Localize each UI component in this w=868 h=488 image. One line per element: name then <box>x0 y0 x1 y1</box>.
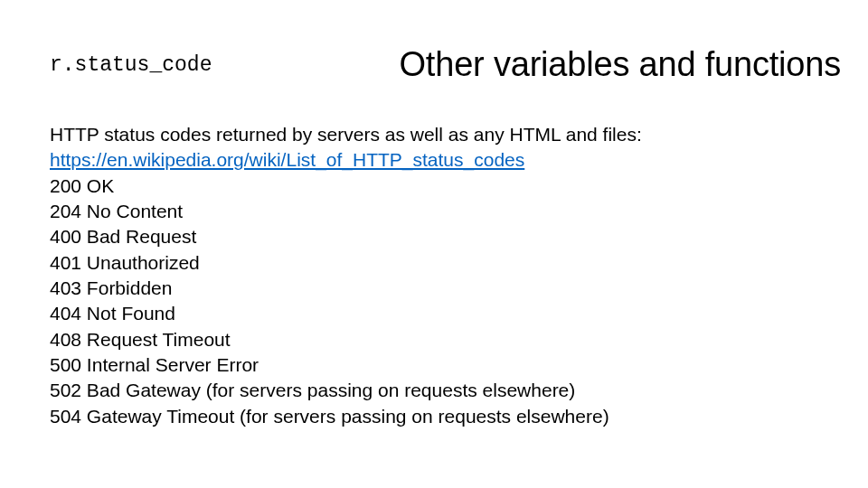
status-code-line: 200 OK <box>50 174 818 199</box>
status-code-line: 400 Bad Request <box>50 224 818 249</box>
status-code-line: 403 Forbidden <box>50 276 818 301</box>
status-code-line: 504 Gateway Timeout (for servers passing… <box>50 404 818 429</box>
code-variable-label: r.status_code <box>50 53 212 77</box>
intro-text: HTTP status codes returned by servers as… <box>50 122 818 147</box>
status-code-line: 500 Internal Server Error <box>50 352 818 378</box>
status-code-line: 204 No Content <box>50 199 818 224</box>
slide-header: r.status_code Other variables and functi… <box>50 45 841 84</box>
status-code-line: 408 Request Timeout <box>50 327 818 352</box>
slide-content: HTTP status codes returned by servers as… <box>50 122 818 429</box>
status-code-line: 502 Bad Gateway (for servers passing on … <box>50 378 818 403</box>
status-code-line: 404 Not Found <box>50 301 818 326</box>
status-code-line: 401 Unauthorized <box>50 250 818 276</box>
slide-title: Other variables and functions <box>400 45 841 84</box>
wikipedia-link[interactable]: https://en.wikipedia.org/wiki/List_of_HT… <box>50 147 524 173</box>
